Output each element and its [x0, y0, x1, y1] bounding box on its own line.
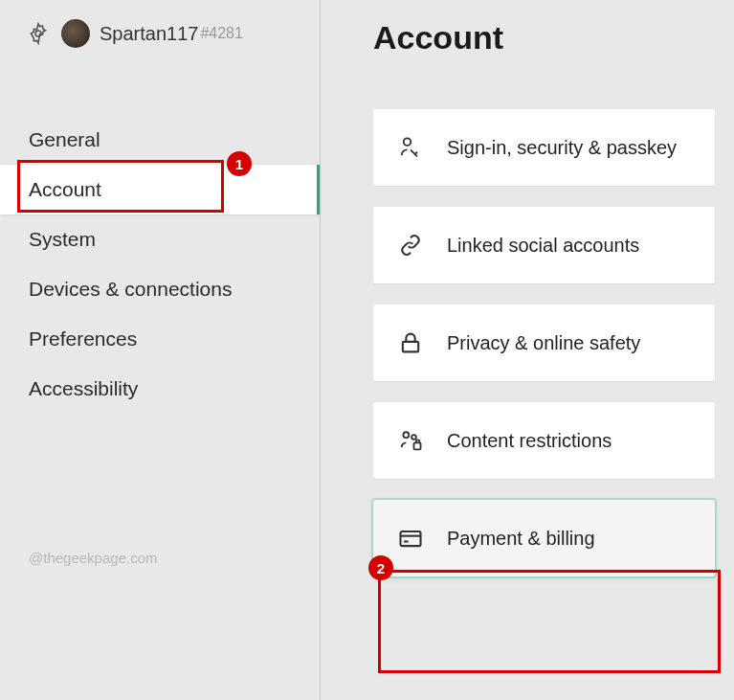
svg-point-1 — [404, 138, 411, 145]
card-label: Privacy & online safety — [447, 330, 640, 355]
avatar[interactable] — [61, 19, 90, 48]
nav-list: General Account System Devices & connect… — [0, 115, 320, 414]
user-tag: #4281 — [200, 25, 243, 42]
nav-item-devices[interactable]: Devices & connections — [0, 264, 320, 314]
card-label: Sign-in, security & passkey — [447, 135, 677, 160]
nav-item-accessibility[interactable]: Accessibility — [0, 364, 320, 414]
card-privacy[interactable]: Privacy & online safety — [373, 305, 715, 381]
profile-row: Spartan117 #4281 — [0, 19, 320, 48]
nav-item-general[interactable]: General — [0, 115, 320, 165]
card-label: Content restrictions — [447, 428, 612, 453]
card-label: Linked social accounts — [447, 233, 639, 258]
username: Spartan117 — [100, 23, 198, 45]
card-list: Sign-in, security & passkey Linked socia… — [373, 109, 715, 576]
page-title: Account — [373, 19, 715, 56]
watermark: @thegeekpage.com — [29, 550, 157, 566]
card-label: Payment & billing — [447, 526, 595, 551]
nav-item-preferences[interactable]: Preferences — [0, 314, 320, 364]
card-signin-security[interactable]: Sign-in, security & passkey — [373, 109, 715, 186]
gear-icon[interactable] — [27, 22, 50, 45]
family-lock-icon — [397, 427, 424, 454]
settings-sidebar: Spartan117 #4281 General Account System … — [0, 0, 321, 700]
card-payment-billing[interactable]: Payment & billing — [373, 500, 715, 576]
main-panel: Account Sign-in, security & passkey — [321, 0, 734, 700]
credit-card-icon — [397, 525, 424, 552]
person-key-icon — [397, 134, 424, 161]
svg-point-4 — [411, 435, 416, 440]
svg-point-0 — [35, 31, 41, 36]
svg-rect-2 — [403, 342, 418, 352]
card-linked-social[interactable]: Linked social accounts — [373, 207, 715, 283]
svg-point-3 — [403, 432, 409, 438]
lock-icon — [397, 329, 424, 356]
svg-rect-6 — [401, 531, 421, 546]
link-icon — [397, 232, 424, 259]
svg-rect-5 — [414, 442, 421, 449]
nav-item-system[interactable]: System — [0, 215, 320, 264]
nav-item-account[interactable]: Account — [0, 165, 320, 215]
card-content-restrictions[interactable]: Content restrictions — [373, 402, 715, 479]
